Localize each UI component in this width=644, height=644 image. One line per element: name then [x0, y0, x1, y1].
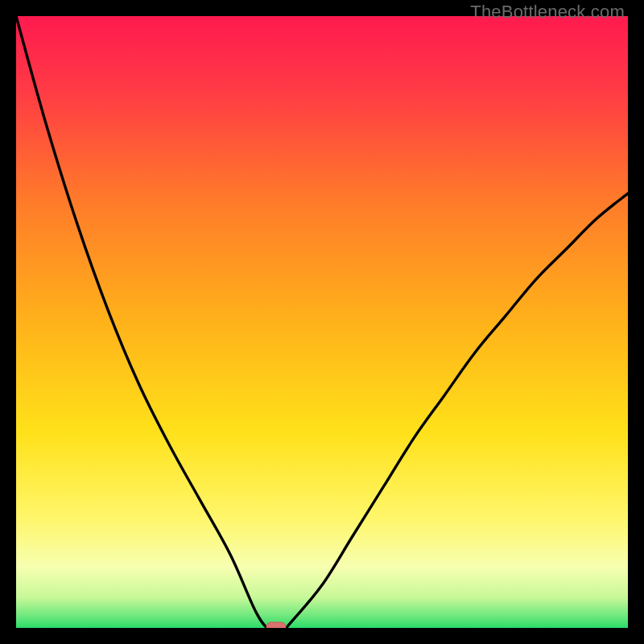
- watermark-text: TheBottleneck.com: [470, 2, 625, 23]
- gradient-background: [16, 16, 628, 628]
- bottleneck-chart: [16, 16, 628, 628]
- optimal-point-marker: [266, 622, 286, 628]
- chart-frame: [16, 16, 628, 628]
